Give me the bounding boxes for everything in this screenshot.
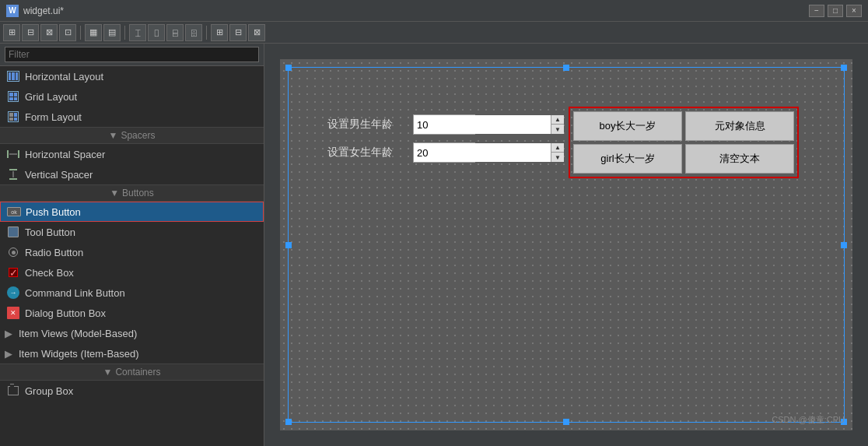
sidebar-item-tool-button[interactable]: Tool Button	[0, 222, 264, 242]
grid-icon	[6, 90, 20, 104]
handle-ml[interactable]	[285, 242, 292, 248]
canvas-inner: 设置男生年龄 ▲ ▼ 设置女生年龄	[280, 59, 852, 430]
handle-bl[interactable]	[285, 419, 292, 425]
form-row-boy: 设置男生年龄 ▲ ▼	[327, 114, 475, 135]
collapse-icon: ▼	[109, 130, 118, 141]
handle-tc[interactable]	[563, 65, 569, 71]
boy-grow-button[interactable]: boy长大一岁	[573, 111, 682, 141]
close-button[interactable]: ×	[846, 5, 862, 17]
hlayout-icon	[6, 69, 20, 83]
label-boy-age: 设置男生年龄	[327, 118, 405, 132]
sidebar-item-item-views[interactable]: ▶ Item Views (Model-Based)	[0, 323, 264, 343]
sidebar-label-grid-layout: Grid Layout	[25, 91, 77, 103]
toolbar-btn-3[interactable]: ⊠	[40, 24, 58, 41]
checkbox-icon: ✓	[6, 265, 20, 279]
sidebar-item-grid-layout[interactable]: Grid Layout	[0, 86, 264, 107]
toolbar-btn-10[interactable]: ⌹	[185, 24, 202, 41]
toolbar-btn-13[interactable]: ⊠	[248, 24, 265, 41]
containers-collapse-icon: ▼	[103, 367, 113, 378]
girl-grow-button[interactable]: girl长大一岁	[573, 144, 682, 174]
spinbox-girl-down[interactable]: ▼	[551, 153, 564, 162]
sidebar-item-radio-button[interactable]: Radio Button	[0, 242, 264, 262]
sidebar-label-radio-button: Radio Button	[25, 247, 83, 258]
dialog-icon: ✕	[6, 306, 20, 320]
sidebar-item-command-link-button[interactable]: → Command Link Button	[0, 283, 264, 303]
form-widget[interactable]: 设置男生年龄 ▲ ▼ 设置女生年龄	[288, 67, 845, 423]
sidebar-item-group-box[interactable]: Group Box	[0, 381, 264, 401]
window-controls: − □ ×	[809, 5, 862, 17]
toolbar-btn-4[interactable]: ⊡	[59, 24, 76, 41]
toolbar-btn-11[interactable]: ⊞	[211, 24, 228, 41]
app-icon: W	[6, 5, 19, 17]
toolbar-sep-2	[124, 26, 125, 40]
meta-info-button[interactable]: 元对象信息	[685, 111, 794, 141]
toolbar-btn-12[interactable]: ⊟	[229, 24, 247, 41]
canvas-area: 设置男生年龄 ▲ ▼ 设置女生年龄	[264, 44, 868, 446]
expand-icon-item-views: ▶	[5, 328, 12, 339]
handle-tr[interactable]	[841, 65, 847, 71]
spinbox-boy-up[interactable]: ▲	[551, 115, 564, 125]
main-area: Horizontal Layout Grid Layout Form Layou…	[0, 44, 868, 446]
form-content: 设置男生年龄 ▲ ▼ 设置女生年龄	[327, 114, 475, 163]
maximize-button[interactable]: □	[828, 5, 843, 17]
spinbox-girl[interactable]: ▲ ▼	[413, 142, 475, 163]
toolbar-btn-1[interactable]: ⊞	[3, 24, 20, 41]
toolbtn-icon	[6, 225, 20, 239]
spinbox-boy-down[interactable]: ▼	[551, 125, 564, 134]
spinbox-girl-value[interactable]	[414, 143, 551, 162]
button-group: boy长大一岁 元对象信息 girl长大一岁 清空文本	[569, 107, 799, 178]
sidebar-item-dialog-button-box[interactable]: ✕ Dialog Button Box	[0, 303, 264, 323]
spinbox-boy-arrows: ▲ ▼	[551, 115, 564, 134]
spinbox-boy-value[interactable]	[414, 115, 551, 134]
radiobtn-icon	[6, 245, 20, 259]
sidebar-label-dialog-button-box: Dialog Button Box	[25, 307, 106, 319]
sidebar-label-form-layout: Form Layout	[25, 111, 82, 123]
sidebar-label-item-views: Item Views (Model-Based)	[19, 328, 137, 339]
filter-bar	[0, 44, 264, 66]
label-girl-age: 设置女生年龄	[327, 146, 405, 160]
sidebar-item-form-layout[interactable]: Form Layout	[0, 107, 264, 127]
handle-mr[interactable]	[841, 242, 847, 248]
sidebar-item-check-box[interactable]: ✓ Check Box	[0, 262, 264, 283]
sidebar-item-push-button[interactable]: ok Push Button	[0, 202, 264, 222]
toolbar-btn-2[interactable]: ⊟	[22, 24, 39, 41]
spinbox-girl-up[interactable]: ▲	[551, 143, 564, 153]
toolbar-sep-1	[80, 26, 81, 40]
toolbar: ⊞ ⊟ ⊠ ⊡ ▦ ▤ ⌶ ⌷ ⌸ ⌹ ⊞ ⊟ ⊠	[0, 22, 868, 44]
title-text: widget.ui*	[23, 5, 64, 16]
toolbar-btn-7[interactable]: ⌶	[129, 24, 146, 41]
handle-tl[interactable]	[285, 65, 292, 71]
buttons-collapse-icon: ▼	[110, 188, 119, 198]
watermark: CSDN @傻童:CPU	[772, 414, 845, 426]
toolbar-btn-5[interactable]: ▦	[85, 24, 102, 41]
pushbtn-icon: ok	[7, 205, 21, 219]
toolbar-btn-9[interactable]: ⌸	[166, 24, 184, 41]
minimize-button[interactable]: −	[809, 5, 824, 17]
cmdlink-icon: →	[6, 286, 20, 300]
sidebar-item-horizontal-spacer[interactable]: Horizontal Spacer	[0, 144, 264, 164]
toolbar-btn-6[interactable]: ▤	[103, 24, 121, 41]
groupbox-icon	[6, 384, 20, 398]
sidebar-item-horizontal-layout[interactable]: Horizontal Layout	[0, 66, 264, 86]
spinbox-boy[interactable]: ▲ ▼	[413, 114, 475, 135]
sidebar-list: Horizontal Layout Grid Layout Form Layou…	[0, 66, 264, 446]
sidebar-item-vertical-spacer[interactable]: Vertical Spacer	[0, 164, 264, 184]
title-bar: W widget.ui* − □ ×	[0, 0, 868, 22]
sidebar-label-horizontal-layout: Horizontal Layout	[25, 71, 103, 83]
sidebar-item-item-widgets[interactable]: ▶ Item Widgets (Item-Based)	[0, 343, 264, 363]
buttons-section-header: ▼ Buttons	[0, 184, 264, 202]
filter-input[interactable]	[5, 47, 259, 62]
form-icon	[6, 110, 20, 124]
toolbar-sep-3	[206, 26, 207, 40]
sidebar: Horizontal Layout Grid Layout Form Layou…	[0, 44, 264, 446]
clear-text-button[interactable]: 清空文本	[685, 144, 794, 174]
sidebar-label-check-box: Check Box	[25, 267, 74, 279]
handle-bc[interactable]	[563, 419, 569, 425]
sidebar-label-horizontal-spacer: Horizontal Spacer	[25, 149, 105, 160]
spinbox-girl-arrows: ▲ ▼	[551, 143, 564, 162]
containers-section-header: ▼ Containers	[0, 363, 264, 381]
toolbar-btn-8[interactable]: ⌷	[148, 24, 165, 41]
sidebar-label-group-box: Group Box	[25, 385, 73, 397]
spacers-section-header: ▼ Spacers	[0, 127, 264, 144]
form-row-girl: 设置女生年龄 ▲ ▼	[327, 142, 475, 163]
